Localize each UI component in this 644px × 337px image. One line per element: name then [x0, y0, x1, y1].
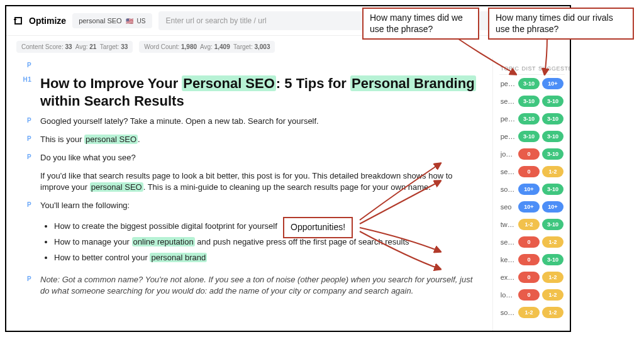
annotation-rivals-phrase: How many times did our rivals use the ph…: [488, 8, 634, 40]
annotation-opportunities: Opportunities!: [283, 217, 353, 238]
annotation-arrows: [0, 0, 644, 337]
annotation-used-phrase: How many times did we use the phrase?: [362, 8, 479, 40]
